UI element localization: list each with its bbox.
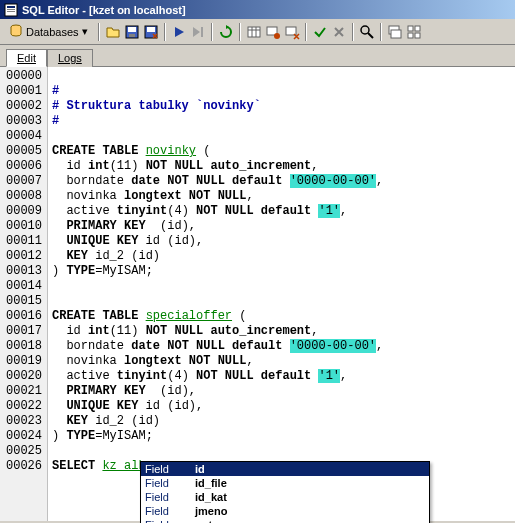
autocomplete-item[interactable]: Fieldid_file [141,476,429,490]
table-add-icon[interactable] [265,24,281,40]
svg-rect-24 [408,33,413,38]
table-icon[interactable] [246,24,262,40]
title-text: SQL Editor - [kzet on localhost] [22,4,186,16]
separator [380,23,382,41]
refresh-icon[interactable] [218,24,234,40]
autocomplete-item[interactable]: Fieldjmeno [141,504,429,518]
separator [98,23,100,41]
svg-point-18 [361,26,369,34]
svg-rect-3 [7,11,15,12]
tab-logs[interactable]: Logs [47,49,93,67]
tile-icon[interactable] [406,24,422,40]
separator [352,23,354,41]
code-area[interactable]: ## Struktura tabulky `novinky`# CREATE T… [48,67,515,521]
titlebar: SQL Editor - [kzet on localhost] [0,0,515,19]
svg-rect-11 [248,27,260,37]
execute-step-icon[interactable] [190,24,206,40]
separator [211,23,213,41]
open-icon[interactable] [105,24,121,40]
svg-rect-7 [129,34,135,37]
separator [305,23,307,41]
dropdown-arrow-icon: ▾ [82,25,88,38]
table-remove-icon[interactable] [284,24,300,40]
svg-rect-23 [415,26,420,31]
svg-rect-9 [147,27,155,32]
find-icon[interactable] [359,24,375,40]
tab-edit[interactable]: Edit [6,49,47,67]
editor[interactable]: 0000000001000020000300004000050000600007… [0,67,515,521]
svg-line-19 [368,33,373,38]
svg-rect-21 [391,30,401,38]
app-icon [3,2,19,18]
autocomplete-item[interactable]: Fieldid [141,462,429,476]
toolbar: Databases ▾ [0,19,515,45]
window-icon[interactable] [387,24,403,40]
tabbar: Edit Logs [0,45,515,67]
separator [164,23,166,41]
save-as-icon[interactable] [143,24,159,40]
line-gutter: 0000000001000020000300004000050000600007… [0,67,48,521]
svg-point-16 [274,33,280,39]
svg-rect-25 [415,33,420,38]
svg-rect-1 [7,6,15,8]
database-icon [9,24,23,40]
autocomplete-item[interactable]: Fieldid_kat [141,490,429,504]
databases-dropdown[interactable]: Databases ▾ [4,22,93,42]
svg-rect-2 [7,9,15,10]
svg-rect-10 [201,27,203,37]
autocomplete-popup[interactable]: Fieldid Fieldid_file Fieldid_kat Fieldjm… [140,461,430,523]
rollback-icon[interactable] [331,24,347,40]
databases-label: Databases [26,26,79,38]
svg-rect-22 [408,26,413,31]
execute-icon[interactable] [171,24,187,40]
separator [239,23,241,41]
commit-icon[interactable] [312,24,328,40]
save-icon[interactable] [124,24,140,40]
svg-rect-6 [128,27,136,32]
autocomplete-item[interactable]: Fieldnote [141,518,429,523]
